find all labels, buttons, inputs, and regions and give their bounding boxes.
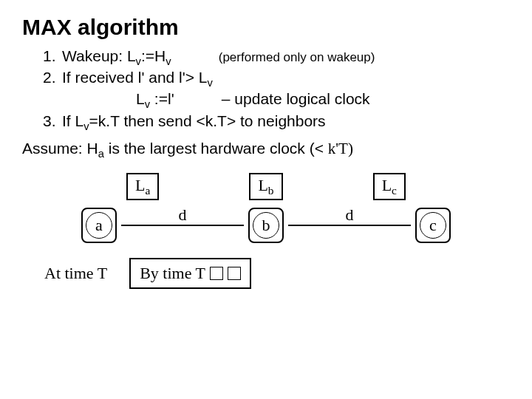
t: Wakeup: L: [62, 47, 136, 64]
t: is the largest hardware clock (<: [104, 140, 328, 157]
step-1-note: (performed only on wakeup): [219, 50, 375, 64]
node-b: b: [248, 208, 284, 243]
step-1: 1. Wakeup: Lv:=Hv (performed only on wak…: [43, 47, 510, 67]
edge-ab-label: d: [179, 205, 187, 225]
node-c: c: [415, 208, 451, 243]
step-2-text: If received l' and l'> Lv: [62, 69, 510, 89]
step-3-num: 3.: [43, 112, 62, 132]
edge-bc-label: d: [346, 205, 354, 225]
label-La: La: [126, 173, 159, 200]
t: :=l': [150, 90, 174, 107]
t: k'T): [328, 140, 353, 157]
node-a-circle: a: [86, 212, 112, 239]
node-c-label: c: [429, 216, 437, 235]
t: If received l' and l'> L: [62, 69, 208, 86]
step-1-text: Wakeup: Lv:=Hv (performed only on wakeup…: [62, 47, 510, 67]
at-time-label: At time T: [44, 264, 107, 283]
algorithm-steps: 1. Wakeup: Lv:=Hv (performed only on wak…: [22, 47, 510, 132]
node-a: a: [81, 208, 117, 243]
square-icon: [210, 267, 223, 280]
edge-bc: d: [288, 225, 411, 226]
label-Lc: Lc: [373, 173, 406, 200]
sub: v: [136, 55, 141, 67]
by-time-label: By time T: [140, 264, 205, 283]
t: If L: [62, 112, 83, 129]
page-title: MAX algorithm: [22, 15, 510, 40]
sub: a: [145, 184, 150, 197]
node-c-circle: c: [420, 212, 446, 239]
node-row: a d b d c: [81, 208, 451, 243]
by-time-box: By time T: [129, 258, 251, 289]
step-3: 3. If Lv=k.T then send <k.T> to neighbor…: [43, 112, 510, 132]
sub: a: [98, 148, 104, 160]
step-2-num: 2.: [43, 69, 62, 89]
label-row: La Lb Lc: [81, 173, 451, 200]
diagram: La Lb Lc a d b d c At time T By time T: [22, 173, 510, 289]
sub: v: [208, 77, 213, 89]
t: L: [135, 176, 145, 194]
step-2: 2. If received l' and l'> Lv: [43, 69, 510, 89]
t: =k.T then send <k.T> to neighbors: [89, 112, 326, 129]
sub: v: [145, 99, 150, 111]
sub: v: [166, 55, 171, 67]
step-2-note: – update logical clock: [222, 90, 370, 107]
sub: v: [83, 120, 89, 132]
assume-line: Assume: Ha is the largest hardware clock…: [22, 140, 510, 160]
t: L: [382, 176, 392, 194]
step-2-line2: Lv :=l' – update logical clock: [62, 90, 510, 110]
footer-row: At time T By time T: [44, 258, 510, 289]
node-b-label: b: [262, 216, 270, 235]
t: L: [136, 90, 145, 107]
t: Assume: H: [22, 140, 98, 157]
step-3-text: If Lv=k.T then send <k.T> to neighbors: [62, 112, 510, 132]
sub: c: [392, 184, 397, 197]
t: :=H: [141, 47, 166, 64]
edge-ab: d: [121, 225, 244, 226]
label-Lb: Lb: [249, 173, 282, 200]
node-b-circle: b: [253, 212, 279, 239]
step-1-num: 1.: [43, 47, 62, 67]
sub: b: [268, 184, 274, 197]
t: L: [258, 176, 267, 194]
node-a-label: a: [95, 216, 103, 235]
blank: [43, 90, 62, 110]
step-2-cont: Lv :=l' – update logical clock: [43, 90, 510, 110]
square-icon: [228, 267, 241, 280]
